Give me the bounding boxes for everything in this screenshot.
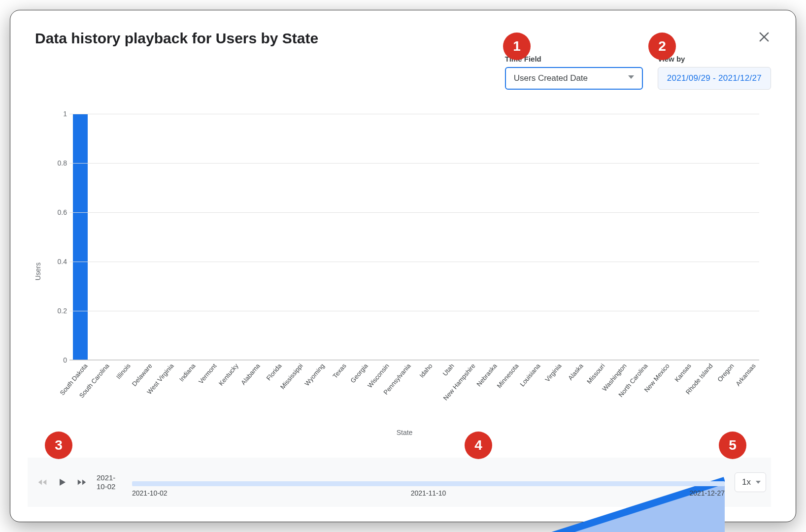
bar-slot: Rhode Island (695, 114, 716, 360)
playback-speed-value: 1x (742, 477, 751, 487)
x-tick-label: Utah (438, 360, 455, 377)
bar-slot: Alabama (242, 114, 264, 360)
time-field-value: Users Created Date (514, 73, 588, 83)
time-field-dropdown[interactable]: Users Created Date (505, 67, 643, 90)
view-by-label: View by (658, 55, 771, 63)
play-icon (56, 476, 68, 488)
bar-slot: Pennsylvania (393, 114, 414, 360)
chart-gridline (69, 360, 759, 361)
x-tick-label: Louisiana (515, 360, 541, 388)
bar-slot: Kansas (673, 114, 695, 360)
chevron-down-icon (628, 75, 634, 81)
bar-slot: Florida (264, 114, 285, 360)
date-range-value: 2021/09/29 - 2021/12/27 (667, 73, 762, 83)
chart-gridline (69, 163, 759, 164)
bar-slot: Illinois (113, 114, 134, 360)
bar-slot: Georgia (350, 114, 371, 360)
view-by-group: View by 2021/09/29 - 2021/12/27 (658, 55, 771, 90)
x-tick-label: Indiana (174, 360, 197, 383)
bar-slot: New Hampshire (458, 114, 479, 360)
playback-track[interactable]: 2021-10-02 2021-11-10 2021-12-27 (132, 468, 725, 496)
bar-slot: South Dakota (69, 114, 91, 360)
bar-slot: North Carolina (630, 114, 652, 360)
chart-gridline (69, 114, 759, 114)
playback-ticks: 2021-10-02 2021-11-10 2021-12-27 (132, 489, 725, 497)
bar-slot: Minnesota (501, 114, 522, 360)
y-tick-label: 0.8 (47, 159, 67, 167)
annotation-bubble-3: 3 (45, 432, 72, 459)
bar-slot: Virginia (544, 114, 566, 360)
y-tick-label: 0 (47, 356, 67, 364)
close-button[interactable] (757, 30, 771, 44)
chart-plot: South DakotaSouth CarolinaIllinoisDelawa… (69, 114, 759, 360)
chart-bars: South DakotaSouth CarolinaIllinoisDelawa… (69, 114, 759, 360)
playback-bar: 2021-10-02 2021-10-02 2021-11-10 2021-12… (28, 458, 771, 507)
bar-slot: Missouri (587, 114, 608, 360)
bar-slot: Alaska (565, 114, 587, 360)
annotation-bubble-2: 2 (648, 33, 676, 60)
annotation-bubble-5: 5 (719, 432, 746, 459)
bar-slot: Utah (436, 114, 458, 360)
x-tick-label: Illinois (112, 360, 132, 380)
bar-slot: Nebraska (479, 114, 501, 360)
bar-slot: Oregon (716, 114, 738, 360)
playback-current-date: 2021-10-02 (97, 473, 124, 491)
playback-tick: 2021-12-27 (689, 489, 725, 497)
x-tick-label: Vermont (194, 360, 218, 385)
playback-dialog: Data history playback for Users by State… (10, 10, 796, 522)
bar-slot: Idaho (414, 114, 436, 360)
bar-slot: Washington (608, 114, 630, 360)
annotation-bubble-4: 4 (465, 432, 492, 459)
bar-slot: Vermont (199, 114, 221, 360)
x-tick-label: Minnesota (492, 360, 520, 390)
x-tick-label: Kentucky (214, 360, 240, 387)
rewind-icon (37, 477, 48, 488)
bar-slot: South Carolina (91, 114, 113, 360)
playback-tick: 2021-10-02 (132, 489, 168, 497)
forward-button[interactable] (72, 472, 92, 492)
y-tick-label: 1 (47, 110, 67, 118)
play-button[interactable] (52, 472, 72, 492)
chevron-down-icon (756, 481, 761, 484)
bar-slot: Arkansas (738, 114, 759, 360)
x-tick-label: Idaho (415, 360, 434, 379)
bar-slot: Wisconsin (371, 114, 393, 360)
y-tick-label: 0.6 (47, 208, 67, 216)
bar-slot: Indiana (177, 114, 199, 360)
bar-slot: West Virginia (156, 114, 177, 360)
chart-area: Users South DakotaSouth CarolinaIllinois… (40, 114, 769, 429)
y-tick-label: 0.4 (47, 258, 67, 266)
bar-slot: Wyoming (306, 114, 328, 360)
date-range-picker[interactable]: 2021/09/29 - 2021/12/27 (658, 67, 771, 90)
controls-row: Time Field Users Created Date View by 20… (505, 55, 771, 90)
x-tick-label: Virginia (541, 360, 563, 383)
x-tick-label: Arkansas (731, 360, 757, 387)
chart-gridline (69, 311, 759, 311)
x-tick-label: Wyoming (300, 360, 326, 387)
bar-slot: New Mexico (651, 114, 673, 360)
fast-forward-icon (76, 477, 87, 488)
playback-speed-dropdown[interactable]: 1x (735, 472, 766, 492)
playback-tick: 2021-11-10 (411, 489, 446, 497)
bar-slot: Mississippi (285, 114, 307, 360)
bar-slot: Louisiana (522, 114, 544, 360)
chart-gridline (69, 262, 759, 262)
x-tick-label: Texas (328, 360, 347, 380)
playback-sparkline (132, 468, 725, 532)
y-axis-title: Users (34, 263, 42, 281)
bar[interactable] (73, 114, 88, 360)
y-tick-label: 0.2 (47, 307, 67, 315)
bar-slot: Delaware (134, 114, 156, 360)
x-tick-label: Alaska (564, 360, 585, 382)
x-tick-label: Alabama (236, 360, 262, 386)
playback-track-bar (132, 481, 725, 486)
annotation-bubble-1: 1 (503, 33, 531, 60)
rewind-button[interactable] (33, 472, 52, 492)
chart-gridline (69, 212, 759, 213)
time-field-group: Time Field Users Created Date (505, 55, 643, 90)
close-icon (757, 30, 771, 44)
bar-slot: Texas (328, 114, 350, 360)
bar-slot: Kentucky (220, 114, 242, 360)
x-axis-title: State (397, 429, 413, 436)
